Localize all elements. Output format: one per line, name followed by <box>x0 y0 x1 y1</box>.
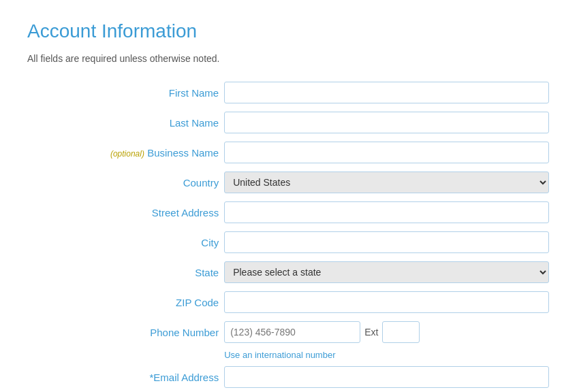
business-name-input[interactable] <box>224 142 549 163</box>
country-select[interactable]: United States <box>224 172 549 193</box>
city-label: City <box>201 237 219 248</box>
phone-number-label: Phone Number <box>150 327 219 338</box>
ext-label: Ext <box>364 327 378 338</box>
state-select[interactable]: Please select a state Alabama Alaska Ari… <box>224 261 549 283</box>
street-address-input[interactable] <box>224 201 549 223</box>
country-label: Country <box>183 177 219 189</box>
zip-code-input[interactable] <box>224 291 549 313</box>
first-name-label: First Name <box>169 87 219 99</box>
ext-input[interactable] <box>382 321 420 343</box>
optional-label: (optional) <box>110 149 144 159</box>
last-name-label: Last Name <box>170 117 219 129</box>
email-address-label: *Email Address <box>149 372 219 383</box>
page-subtitle: All fields are required unless otherwise… <box>27 53 552 64</box>
state-label: State <box>195 267 219 278</box>
phone-number-input[interactable] <box>224 321 360 343</box>
page-title: Account Information <box>27 20 552 42</box>
first-name-input[interactable] <box>224 82 549 103</box>
city-input[interactable] <box>224 231 549 253</box>
zip-code-label: ZIP Code <box>176 297 219 308</box>
business-name-label: Business Name <box>147 147 219 159</box>
intl-number-link[interactable]: Use an international number <box>224 350 335 360</box>
street-address-label: Street Address <box>152 207 219 218</box>
last-name-input[interactable] <box>224 112 549 133</box>
email-address-input[interactable] <box>224 366 549 388</box>
